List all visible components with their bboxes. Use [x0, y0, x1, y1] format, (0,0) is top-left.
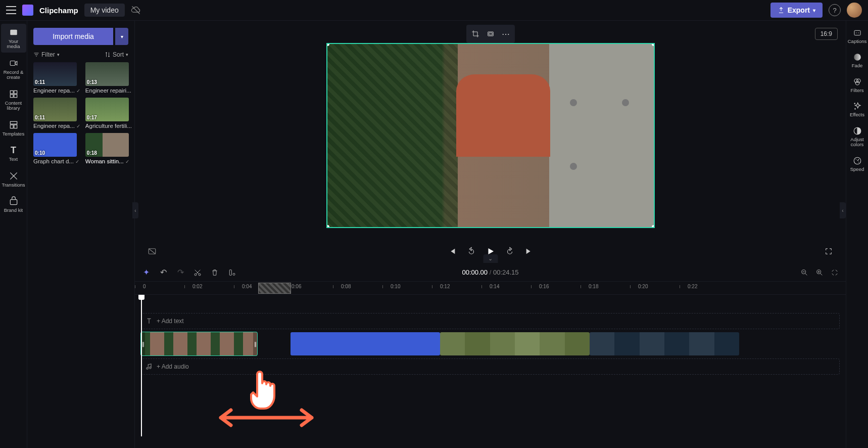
upload-icon — [778, 7, 785, 14]
timeline-clip[interactable] — [291, 332, 440, 355]
check-icon: ✓ — [76, 88, 80, 94]
rail-text[interactable]: T Text — [1, 142, 26, 165]
timeline-toolbar: ✦ ↶ ↷ 00:00.00 / 00:24.15 — [135, 263, 846, 282]
import-dropdown-button[interactable]: ▾ — [115, 28, 128, 45]
svg-point-15 — [855, 81, 859, 85]
rail-adjust-colors[interactable]: Adjust colors — [847, 124, 867, 150]
export-button[interactable]: Export ▾ — [770, 3, 823, 18]
undo-icon[interactable]: ↶ — [158, 267, 168, 278]
ruler-selection — [258, 283, 291, 294]
tutorial-hand-cursor-icon — [246, 368, 281, 416]
help-icon[interactable]: ? — [829, 4, 841, 16]
resize-handle[interactable] — [652, 43, 655, 46]
media-panel: Import media ▾ Filter ▾ Sort ▾ 0:11 Engi… — [27, 21, 135, 448]
preview-area: ⋯ 16:9 ↻ — [135, 21, 846, 263]
svg-rect-10 — [10, 200, 17, 205]
media-item[interactable]: 0:11 Engineer repa...✓ — [33, 62, 80, 94]
timeline-tracks: + Add text ∥ ∥ — [135, 295, 846, 436]
cloud-off-icon[interactable] — [131, 5, 141, 15]
svg-rect-6 — [14, 95, 17, 98]
chevron-down-icon: ▾ — [57, 52, 60, 57]
rail-filters[interactable]: Filters — [847, 75, 867, 95]
aspect-ratio-button[interactable]: 16:9 — [815, 28, 838, 40]
timeline-collapse-button[interactable]: ⌄ — [483, 254, 498, 263]
zoom-in-icon[interactable] — [814, 267, 825, 278]
timeline-timecode: 00:00.00 / 00:24.15 — [462, 268, 518, 276]
fit-icon[interactable] — [484, 27, 498, 41]
resize-handle[interactable] — [326, 225, 329, 228]
svg-rect-2 — [10, 61, 15, 65]
rewind-icon[interactable] — [464, 244, 478, 258]
templates-icon — [8, 119, 19, 130]
clip-trim-handle[interactable]: ∥ — [253, 332, 257, 355]
speed-icon — [852, 156, 862, 166]
left-rail: Your media Record & create Content libra… — [0, 21, 27, 448]
media-item[interactable]: 0:13 Engineer repairi... — [85, 62, 132, 94]
redo-icon[interactable]: ↷ — [175, 267, 185, 278]
tutorial-arrow-icon — [216, 405, 317, 432]
rail-speed[interactable]: Speed — [847, 154, 867, 174]
svg-point-12 — [854, 54, 861, 61]
svg-rect-11 — [854, 30, 860, 35]
chevron-down-icon: ▾ — [813, 8, 815, 13]
skip-back-icon[interactable] — [445, 244, 459, 258]
more-icon[interactable]: ⋯ — [499, 27, 513, 41]
media-grid: 0:11 Engineer repa...✓ 0:13 Engineer rep… — [33, 62, 128, 164]
timeline-ruler[interactable]: 0 0:02 0:04 0:06 0:08 0:10 0:12 0:14 0:1… — [135, 282, 846, 295]
forward-icon[interactable] — [503, 244, 517, 258]
rail-brand-kit[interactable]: Brand kit — [1, 193, 26, 216]
svg-rect-8 — [10, 125, 13, 128]
rail-fade[interactable]: Fade — [847, 50, 867, 70]
filter-icon — [33, 52, 39, 58]
rail-record-create[interactable]: Record & create — [1, 55, 26, 83]
sparkle-icon[interactable]: ✦ — [141, 267, 151, 278]
svg-rect-4 — [14, 91, 17, 94]
right-rail: Captions Fade Filters Effects Adjust col… — [846, 21, 868, 448]
svg-rect-5 — [10, 95, 13, 98]
preview-toolbar: ⋯ — [466, 25, 515, 43]
project-title[interactable]: My video — [84, 4, 125, 17]
fade-icon — [852, 52, 862, 62]
rail-templates[interactable]: Templates — [1, 116, 26, 140]
text-icon: T — [8, 145, 19, 156]
svg-rect-24 — [229, 270, 231, 275]
resize-handle[interactable] — [652, 225, 655, 228]
adjust-icon — [852, 126, 862, 136]
pip-icon[interactable] — [145, 244, 159, 258]
captions-icon — [852, 28, 862, 38]
rail-effects[interactable]: Effects — [847, 99, 867, 119]
hamburger-icon[interactable] — [6, 6, 16, 14]
audio-track[interactable]: + Add audio — [141, 359, 840, 375]
timeline-clip[interactable] — [440, 332, 590, 355]
rail-your-media[interactable]: Your media — [1, 24, 26, 53]
avatar[interactable] — [847, 3, 862, 18]
video-track[interactable]: ∥ ∥ — [141, 332, 840, 355]
playhead[interactable] — [141, 295, 142, 436]
split-icon[interactable] — [227, 267, 237, 278]
filter-button[interactable]: Filter ▾ — [33, 51, 60, 58]
rail-captions[interactable]: Captions — [847, 26, 867, 46]
zoom-out-icon[interactable] — [799, 267, 809, 278]
import-media-button[interactable]: Import media — [33, 28, 113, 45]
preview-canvas[interactable]: ↻ — [326, 43, 655, 228]
media-item[interactable]: 0:11 Engineer repa...✓ — [33, 98, 80, 129]
timeline-clip[interactable] — [590, 332, 739, 355]
rail-transitions[interactable]: Transitions — [1, 167, 26, 191]
cut-icon[interactable] — [192, 267, 203, 278]
media-item[interactable]: 0:18 Woman sittin...✓ — [85, 133, 132, 164]
media-item[interactable]: 0:17 Agriculture fertili... — [85, 98, 132, 129]
sort-button[interactable]: Sort ▾ — [105, 51, 128, 58]
timeline-clip[interactable]: ∥ ∥ — [141, 332, 257, 355]
music-icon — [146, 363, 153, 370]
zoom-fit-icon[interactable] — [830, 267, 840, 278]
trash-icon[interactable] — [210, 267, 220, 278]
crop-icon[interactable] — [468, 27, 483, 41]
rail-content-library[interactable]: Content library — [1, 85, 26, 114]
media-item[interactable]: 0:10 Graph chart d...✓ — [33, 133, 80, 164]
filters-icon — [852, 77, 862, 87]
fullscreen-icon[interactable] — [822, 244, 836, 258]
text-track[interactable]: + Add text — [141, 313, 840, 329]
skip-forward-icon[interactable] — [522, 244, 536, 258]
svg-point-14 — [856, 79, 860, 83]
svg-line-21 — [149, 249, 156, 254]
